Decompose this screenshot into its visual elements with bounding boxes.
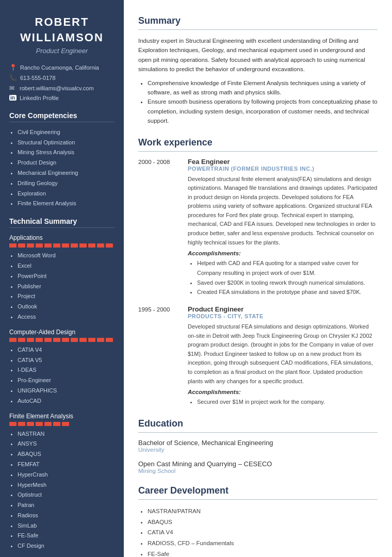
name-line1: ROBERT (9, 15, 115, 29)
list-item: Excel (18, 261, 115, 271)
accomplishments-label-1: Accomplishments: (188, 250, 378, 256)
job-title-2: Product Engineer (188, 305, 378, 313)
summary-section: Summary Industry expert in Structural En… (138, 15, 378, 126)
location-text: Rancho Cucamonga, California (20, 64, 99, 71)
education-divider (138, 432, 378, 433)
list-item: NASTRAN/PATRAN (148, 506, 378, 517)
skill-bar-block (36, 338, 43, 342)
list-item: RADIOSS, CFD – Fundamentals (148, 538, 378, 549)
email-text: robert.williams@visualcv.com (20, 85, 94, 91)
list-item: Civil Engineering (18, 127, 115, 138)
list-item: Product Design (18, 158, 115, 168)
education-entry-2: Open Cast Mining and Quarrying – CESECO … (138, 460, 378, 474)
list-item: I-DEAS (18, 365, 115, 375)
list-item: Helped with CAD and FEA quoting for a st… (197, 258, 378, 277)
skill-bar-block (27, 338, 34, 342)
job-title-1: Fea Engineer (188, 158, 378, 166)
career-list: NASTRAN/PATRAN ABAQUS CATIA V4 RADIOSS, … (138, 506, 378, 557)
skill-bar-block (88, 243, 95, 248)
technical-divider (9, 227, 115, 228)
list-item: Project (18, 291, 115, 302)
sidebar: ROBERT WILLIAMSON Product Engineer 📍 Ran… (0, 0, 124, 557)
work-entry-2: 1995 - 2000 Product Engineer PRODUCTS - … (138, 305, 378, 407)
list-item: CATIA V4 (148, 527, 378, 538)
list-item: CATIA V5 (18, 355, 115, 366)
list-item: ABAQUS (148, 517, 378, 528)
list-item: Access (18, 312, 115, 322)
summary-bullets: Comprehensive knowledge of Finite Elemen… (138, 78, 378, 126)
skill-bar-block (53, 422, 60, 426)
list-item: FEMFAT (18, 460, 115, 470)
list-item: Radioss (18, 511, 115, 521)
skill-bar-block (62, 338, 69, 342)
summary-title: Summary (138, 15, 378, 26)
list-item: Comprehensive knowledge of Finite Elemen… (148, 78, 378, 97)
skill-bar-block (36, 422, 43, 426)
degree-1: Bachelor of Science, Mechanical Engineer… (138, 439, 378, 447)
skill-bar-block (106, 243, 113, 248)
list-item: ABAQUS (18, 449, 115, 460)
candidate-title: Product Engineer (9, 47, 115, 55)
skill-bar-block (62, 243, 69, 248)
skill-bar-block (53, 338, 60, 342)
work-entry-1: 2000 - 2008 Fea Engineer POWERTRAIN (FOR… (138, 158, 378, 298)
list-item: Pro-Engineer (18, 375, 115, 386)
skill-bar-block (106, 338, 113, 342)
skill-bar-block (62, 422, 69, 426)
list-item: CATIA V4 (18, 345, 115, 355)
phone-icon: 📞 (9, 74, 17, 81)
skill-bar-block (97, 338, 104, 342)
skill-bar-block (79, 338, 87, 342)
work-desc-1: Developed structural finite element anal… (188, 175, 378, 248)
linkedin-icon: in (9, 95, 17, 101)
location-icon: 📍 (9, 64, 17, 71)
summary-paragraph: Industry expert in Structural Engineerin… (138, 36, 378, 74)
skill-bar-block (9, 422, 17, 426)
list-item: Structural Optimization (18, 138, 115, 148)
education-section: Education Bachelor of Science, Mechanica… (138, 418, 378, 474)
skill-bar-block (9, 338, 17, 342)
list-item: Secured over $1M in project work for the… (197, 397, 378, 407)
skill-bar-block (71, 338, 78, 342)
work-dates-1: 2000 - 2008 (138, 158, 179, 298)
work-divider (138, 151, 378, 152)
list-item: FE-Safe (148, 549, 378, 557)
list-item: Publisher (18, 282, 115, 292)
accomplishments-list-1: Helped with CAD and FEA quoting for a st… (188, 258, 378, 297)
skill-bar-block (27, 243, 34, 248)
list-item: ANSYS (18, 439, 115, 449)
contact-location: 📍 Rancho Cucamonga, California (9, 64, 115, 71)
school-2: Mining School (138, 468, 378, 474)
skill-bar-block (18, 243, 25, 248)
contact-email: ✉ robert.williams@visualcv.com (9, 85, 115, 92)
list-item: PowerPoint (18, 271, 115, 282)
name-line2: WILLIAMSON (9, 31, 115, 44)
career-title: Career Development (138, 485, 378, 496)
skill-bar-block (18, 338, 25, 342)
cad-skill-bar (9, 338, 115, 342)
work-details-2: Product Engineer PRODUCTS - CITY, STATE … (188, 305, 378, 407)
technical-title: Technical Summary (9, 217, 115, 225)
main-content: Summary Industry expert in Structural En… (124, 0, 392, 557)
list-item: Created FEA simulations in the prototype… (197, 287, 378, 297)
skill-bar-block (71, 243, 78, 248)
contact-section: 📍 Rancho Cucamonga, California 📞 613-555… (9, 64, 115, 101)
list-item: UNIGRAPHICS (18, 386, 115, 396)
skill-bar-block (97, 243, 104, 248)
applications-skill-bar (9, 243, 115, 248)
accomplishments-list-2: Secured over $1M in project work for the… (188, 397, 378, 407)
list-item: Exploration (18, 189, 115, 199)
list-item: Mining Stress Analysis (18, 148, 115, 158)
career-divider (138, 499, 378, 500)
applications-label: Applications (9, 234, 115, 241)
cad-label: Computer-Aided Design (9, 329, 115, 336)
competencies-divider (9, 122, 115, 122)
candidate-name: ROBERT WILLIAMSON (9, 15, 115, 45)
contact-linkedin[interactable]: in LinkedIn Profile (9, 95, 115, 101)
company-1: POWERTRAIN (FORMER INDUSTRIES INC.) (188, 166, 378, 172)
school-1: University (138, 447, 378, 453)
list-item: Optistruct (18, 490, 115, 500)
fea-label: Finite Element Analysis (9, 413, 115, 420)
list-item: Patran (18, 500, 115, 511)
skill-bar-block (9, 243, 17, 248)
